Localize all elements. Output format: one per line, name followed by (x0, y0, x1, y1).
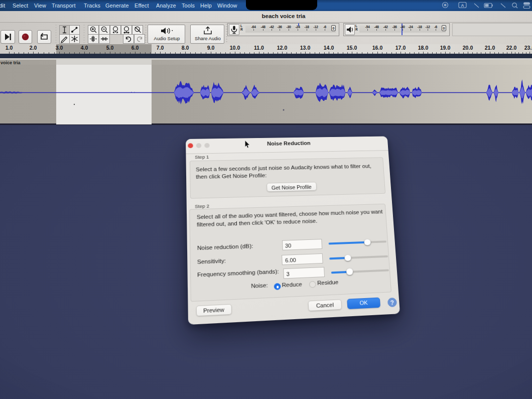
svg-text:A: A (461, 3, 464, 8)
